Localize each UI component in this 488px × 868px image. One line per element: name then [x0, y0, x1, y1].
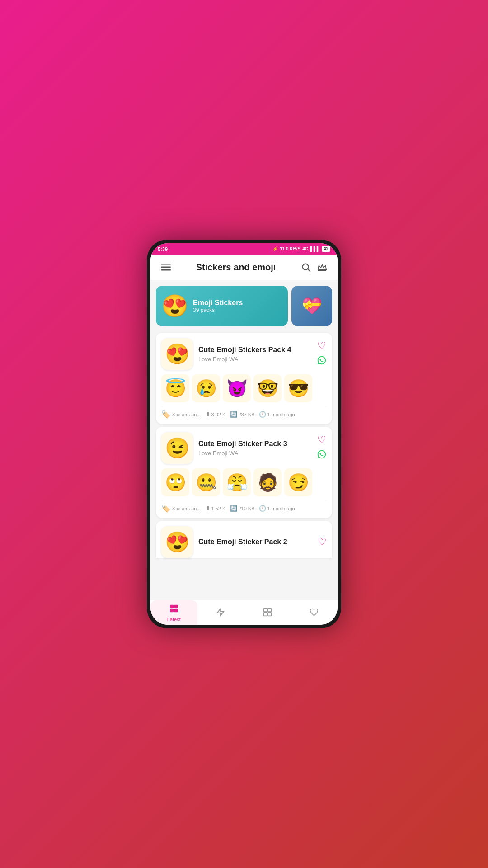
sticker-2-5: 😏 — [284, 468, 312, 496]
svg-rect-9 — [174, 609, 178, 613]
pack-actions-2: ♡ — [317, 434, 327, 462]
download-icon-2: ⬇ — [206, 505, 211, 512]
pack-header-1: 😍 Cute Emoji Stickers Pack 4 Love Emoji … — [161, 338, 327, 370]
sticker-1-1: 😇 — [161, 374, 189, 402]
favorite-button-1[interactable]: ♡ — [317, 340, 326, 352]
meta-store-1: Stickers an... — [172, 412, 201, 417]
crown-button[interactable] — [314, 259, 330, 275]
banner-card-love[interactable]: 💝 — [291, 286, 332, 326]
svg-rect-11 — [268, 608, 272, 612]
banner-subtitle: 39 packs — [193, 307, 243, 313]
sticker-1-4: 🤓 — [253, 374, 282, 402]
whatsapp-button-1[interactable] — [317, 355, 327, 368]
pack-info-3: Cute Emoji Sticker Pack 2 — [198, 538, 312, 546]
pack-name-3: Cute Emoji Sticker Pack 2 — [198, 538, 312, 546]
download-icon-1: ⬇ — [206, 411, 211, 418]
size-icon-2: 🔄 — [230, 505, 237, 512]
data-speed: 11.0 KB/S — [280, 246, 300, 251]
svg-rect-7 — [174, 605, 178, 609]
pack-meta-2: 🏷️ Stickers an... ⬇ 1.52 K 🔄 210 KB 🕐 1 … — [161, 500, 327, 513]
sticker-2-1: 🙄 — [161, 468, 189, 496]
page-title: Stickers and emoji — [174, 262, 298, 273]
signal-bars: ▌▌▌ — [310, 246, 320, 251]
meta-store-2: Stickers an... — [172, 506, 201, 511]
pack-icon-2: 😉 — [161, 432, 193, 464]
sticker-2-4: 🧔 — [253, 468, 282, 496]
nav-trending-icon — [216, 608, 225, 619]
bottom-nav: Latest — [150, 600, 338, 625]
meta-avatar-2: 🏷️ Stickers an... — [161, 504, 201, 513]
battery-indicator: 42 — [322, 246, 330, 252]
nav-favorites[interactable] — [291, 600, 338, 625]
svg-rect-6 — [170, 605, 174, 609]
sticker-2-3: 😤 — [223, 468, 251, 496]
nav-favorites-icon — [310, 608, 319, 619]
pack-actions-1: ♡ — [317, 340, 327, 368]
sticker-1-2: 😢 — [192, 374, 220, 402]
nav-categories[interactable] — [244, 600, 291, 625]
pack-card-3: 😍 Cute Emoji Sticker Pack 2 ♡ — [156, 521, 332, 558]
meta-downloads-1: ⬇ 3.02 K — [206, 411, 226, 418]
banner-info: Emoji Stickers 39 packs — [193, 299, 243, 313]
pack-icon-1: 😍 — [161, 338, 193, 370]
nav-categories-icon — [263, 608, 272, 619]
svg-rect-1 — [161, 267, 171, 268]
nav-latest-label: Latest — [167, 617, 181, 622]
nav-latest[interactable]: Latest — [150, 600, 197, 625]
favorite-button-3[interactable]: ♡ — [318, 536, 327, 548]
nav-trending[interactable] — [197, 600, 244, 625]
svg-line-4 — [308, 269, 310, 271]
svg-rect-0 — [161, 264, 171, 265]
sticker-preview-1: 😇 😢 😈 🤓 😎 — [161, 374, 327, 402]
status-time: 5:39 — [158, 246, 168, 252]
sticker-1-5: 😎 — [284, 374, 312, 402]
featured-banners: 😍 Emoji Stickers 39 packs 💝 — [150, 280, 338, 330]
pack-sub-2: Love Emoji WA — [198, 450, 311, 457]
pack-name-2: Cute Emoji Sticker Pack 3 — [198, 439, 311, 448]
meta-time-1: 🕐 1 month ago — [259, 411, 295, 418]
whatsapp-button-2[interactable] — [317, 449, 327, 462]
svg-rect-10 — [263, 608, 267, 612]
pack-meta-1: 🏷️ Stickers an... ⬇ 3.02 K 🔄 287 KB 🕐 1 … — [161, 406, 327, 419]
pack-size-2: 210 KB — [238, 506, 254, 511]
meta-downloads-2: ⬇ 1.52 K — [206, 505, 226, 512]
pack-actions-3: ♡ — [318, 536, 327, 548]
pack-info-2: Cute Emoji Sticker Pack 3 Love Emoji WA — [198, 439, 311, 456]
bluetooth-icon: ⚡ — [272, 246, 278, 251]
status-bar: 5:39 ⚡ 11.0 KB/S 4G ▌▌▌ 42 — [150, 243, 338, 255]
svg-rect-12 — [263, 612, 267, 616]
sticker-1-3: 😈 — [223, 374, 251, 402]
sticker-2-2: 🤐 — [192, 468, 220, 496]
clock-icon-1: 🕐 — [259, 411, 266, 418]
search-button[interactable] — [298, 259, 314, 275]
pack-info-1: Cute Emoji Stickers Pack 4 Love Emoji WA — [198, 345, 311, 362]
pack-header-2: 😉 Cute Emoji Sticker Pack 3 Love Emoji W… — [161, 432, 327, 464]
phone-frame: 5:39 ⚡ 11.0 KB/S 4G ▌▌▌ 42 Stickers and … — [147, 240, 341, 628]
banner-icon: 😍 — [161, 293, 188, 319]
download-count-1: 3.02 K — [211, 412, 226, 417]
meta-avatar-1: 🏷️ Stickers an... — [161, 410, 201, 419]
meta-time-2: 🕐 1 month ago — [259, 505, 295, 512]
pack-name-1: Cute Emoji Stickers Pack 4 — [198, 345, 311, 354]
meta-size-1: 🔄 287 KB — [230, 411, 254, 418]
pack-card-2: 😉 Cute Emoji Sticker Pack 3 Love Emoji W… — [156, 427, 332, 518]
app-bar: Stickers and emoji — [150, 255, 338, 280]
pack-header-3: 😍 Cute Emoji Sticker Pack 2 ♡ — [161, 526, 327, 558]
favorite-button-2[interactable]: ♡ — [317, 434, 326, 446]
network-icon: 4G — [302, 246, 308, 251]
menu-button[interactable] — [158, 259, 174, 275]
main-scroll[interactable]: 😍 Emoji Stickers 39 packs 💝 😍 Cute Emoji… — [150, 280, 338, 600]
banner-card-emoji[interactable]: 😍 Emoji Stickers 39 packs — [156, 286, 288, 326]
svg-rect-2 — [161, 269, 171, 271]
sticker-preview-2: 🙄 🤐 😤 🧔 😏 — [161, 468, 327, 496]
pack-sub-1: Love Emoji WA — [198, 356, 311, 363]
svg-rect-13 — [268, 612, 272, 616]
pack-card-1: 😍 Cute Emoji Stickers Pack 4 Love Emoji … — [156, 333, 332, 424]
nav-latest-icon — [169, 604, 178, 615]
phone-screen: 5:39 ⚡ 11.0 KB/S 4G ▌▌▌ 42 Stickers and … — [150, 243, 338, 625]
download-count-2: 1.52 K — [211, 506, 226, 511]
status-icons: ⚡ 11.0 KB/S 4G ▌▌▌ 42 — [272, 246, 330, 252]
banner-title: Emoji Stickers — [193, 299, 243, 307]
pack-time-1: 1 month ago — [267, 412, 295, 417]
svg-rect-5 — [318, 270, 326, 271]
